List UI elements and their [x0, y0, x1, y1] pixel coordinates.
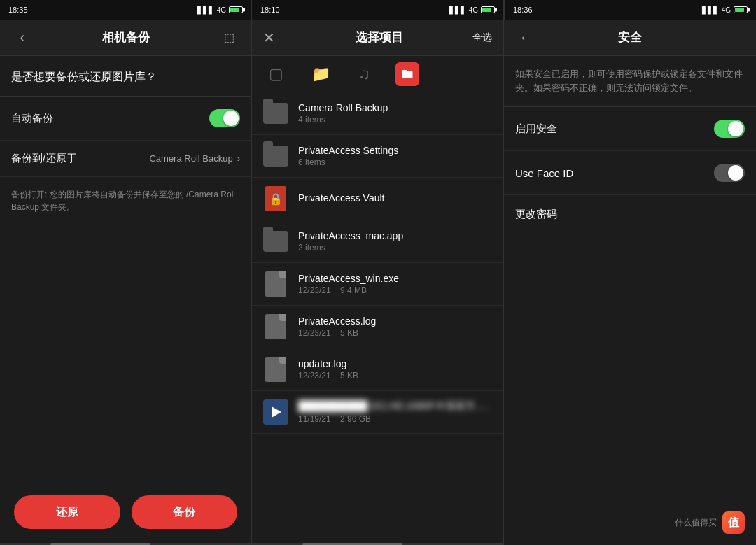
file-meta-3: 2 items [298, 243, 492, 253]
vault-icon-2: 🔒 [263, 186, 288, 211]
face-id-toggle[interactable] [714, 164, 745, 182]
file-type-tabs: ▢ 📁 ♫ [252, 56, 503, 92]
status-bar-left: 18:35 ▋▋▋ 4G [0, 0, 251, 20]
folder-icon-1 [263, 143, 288, 169]
tab-image[interactable]: ▢ [266, 59, 286, 89]
enable-security-label: 启用安全 [515, 122, 557, 136]
network-left: 4G [217, 6, 226, 14]
time-middle: 18:10 [260, 6, 280, 14]
file-name-5: PrivateAccess.log [298, 316, 492, 327]
backup-title: 相机备份 [34, 29, 218, 45]
doc-icon-5 [263, 314, 288, 339]
tab-music[interactable]: ♫ [356, 59, 373, 89]
folder-icon-0 [263, 101, 288, 126]
status-bar-middle: 18:10 ▋▋▋ 4G [251, 0, 504, 20]
panel-select: ✕ 选择项目 全选 ▢ 📁 ♫ Camera Roll Backup 4 ite… [252, 20, 504, 545]
backup-note: 备份打开: 您的图片库将自动备份并保存至您的 /Camera Roll Back… [0, 177, 251, 225]
destination-value: Camera Roll Backup › [149, 153, 240, 164]
file-info-0: Camera Roll Backup 4 items [298, 102, 492, 125]
backup-destination-row[interactable]: 备份到/还原于 Camera Roll Backup › [0, 141, 251, 177]
backup-buttons: 还原 备份 [0, 481, 251, 543]
file-name-7: ██████████ 021.HD.1080P.中英双字.mkv [298, 400, 492, 413]
file-meta-0: 4 items [298, 115, 492, 125]
enable-security-toggle[interactable]: ✓ [714, 120, 745, 138]
select-all-button[interactable]: 全选 [472, 31, 492, 44]
file-info-6: updater.log 12/23/21 5 KB [298, 358, 492, 381]
file-meta-5: 12/23/21 5 KB [298, 328, 492, 338]
tab-folder-active[interactable] [396, 62, 419, 86]
folder-icon-3 [263, 229, 288, 254]
security-description: 如果安全已启用，则可使用密码保护或锁定各文件和文件夹。如果密码不正确，则无法访问… [504, 56, 756, 107]
doc-icon-4 [263, 271, 288, 297]
brand-text: 什么值得买 [675, 517, 717, 529]
select-title: 选择项目 [286, 29, 472, 45]
doc-icon-6 [263, 357, 288, 382]
file-name-4: PrivateAccess_win.exe [298, 273, 492, 284]
file-list: Camera Roll Backup 4 items PrivateAccess… [252, 92, 503, 543]
file-meta-1: 6 items [298, 157, 492, 167]
back-icon[interactable]: ‹ [11, 29, 34, 47]
panel-security: ← 安全 如果安全已启用，则可使用密码保护或锁定各文件和文件夹。如果密码不正确，… [504, 20, 756, 545]
security-spacer [504, 234, 756, 500]
file-name-3: PrivateAccess_mac.app [298, 230, 492, 241]
file-item-4[interactable]: PrivateAccess_win.exe 12/23/21 9.4 MB [252, 263, 503, 306]
icons-right: ▋▋▋ 4G [702, 6, 748, 14]
select-header: ✕ 选择项目 全选 [252, 20, 503, 56]
restore-button[interactable]: 还原 [14, 495, 120, 529]
file-info-3: PrivateAccess_mac.app 2 items [298, 230, 492, 253]
time-right: 18:36 [513, 6, 533, 14]
cast-icon[interactable]: ⬚ [218, 31, 240, 44]
file-name-1: PrivateAccess Settings [298, 145, 492, 156]
toggle-check-security: ✓ [735, 124, 742, 134]
battery-middle [481, 6, 495, 13]
panels-container: ‹ 相机备份 ⬚ 是否想要备份或还原图片库？ 自动备份 ✓ 备份到/还原于 Ca… [0, 20, 756, 545]
toggle-check-icon: ✓ [230, 113, 237, 123]
signal-middle: ▋▋▋ [449, 6, 466, 14]
file-info-5: PrivateAccess.log 12/23/21 5 KB [298, 316, 492, 338]
file-item-7[interactable]: ██████████ 021.HD.1080P.中英双字.mkv 11/19/2… [252, 391, 503, 434]
backup-button[interactable]: 备份 [132, 495, 238, 529]
auto-backup-label: 自动备份 [11, 112, 53, 125]
face-id-label: Use Face ID [515, 167, 573, 179]
brand-logo-text: 值 [728, 516, 739, 530]
file-name-0: Camera Roll Backup [298, 102, 492, 113]
file-item-2[interactable]: 🔒 PrivateAccess Vault [252, 178, 503, 220]
signal-left: ▋▋▋ [197, 6, 214, 14]
file-info-7: ██████████ 021.HD.1080P.中英双字.mkv 11/19/2… [298, 400, 492, 424]
auto-backup-toggle[interactable]: ✓ [209, 109, 240, 127]
close-icon[interactable]: ✕ [263, 29, 286, 46]
file-meta-7: 11/19/21 2.96 GB [298, 414, 492, 424]
status-bars: 18:35 ▋▋▋ 4G 18:10 ▋▋▋ 4G 18:36 ▋▋▋ 4G [0, 0, 756, 20]
panel-backup: ‹ 相机备份 ⬚ 是否想要备份或还原图片库？ 自动备份 ✓ 备份到/还原于 Ca… [0, 20, 252, 545]
change-password-label: 更改密码 [515, 208, 557, 221]
file-info-4: PrivateAccess_win.exe 12/23/21 9.4 MB [298, 273, 492, 295]
file-item-1[interactable]: PrivateAccess Settings 6 items [252, 135, 503, 178]
backup-header: ‹ 相机备份 ⬚ [0, 20, 251, 56]
tab-folder[interactable]: 📁 [309, 59, 333, 89]
battery-right [734, 6, 748, 13]
auto-backup-row: 自动备份 ✓ [0, 97, 251, 141]
file-info-2: PrivateAccess Vault [298, 192, 492, 205]
security-back-icon[interactable]: ← [515, 29, 538, 47]
status-bar-right: 18:36 ▋▋▋ 4G [504, 0, 756, 20]
change-password-row[interactable]: 更改密码 [504, 195, 756, 234]
folder-icon-svg [401, 68, 414, 80]
file-meta-4: 12/23/21 9.4 MB [298, 285, 492, 295]
toggle-knob-faceid [728, 165, 743, 181]
file-item-5[interactable]: PrivateAccess.log 12/23/21 5 KB [252, 306, 503, 348]
file-name-2: PrivateAccess Vault [298, 192, 492, 204]
file-name-6: updater.log [298, 358, 492, 369]
file-item-0[interactable]: Camera Roll Backup 4 items [252, 92, 503, 135]
network-right: 4G [722, 6, 731, 14]
security-header: ← 安全 [504, 20, 756, 56]
icons-left: ▋▋▋ 4G [197, 6, 243, 14]
face-id-row: Use Face ID [504, 151, 756, 195]
destination-label: 备份到/还原于 [11, 152, 77, 165]
file-item-6[interactable]: updater.log 12/23/21 5 KB [252, 348, 503, 391]
battery-left [229, 6, 243, 13]
file-meta-6: 12/23/21 5 KB [298, 371, 492, 381]
file-item-3[interactable]: PrivateAccess_mac.app 2 items [252, 220, 503, 263]
chevron-right-icon: › [237, 153, 240, 164]
signal-right: ▋▋▋ [702, 6, 719, 14]
file-info-1: PrivateAccess Settings 6 items [298, 145, 492, 167]
